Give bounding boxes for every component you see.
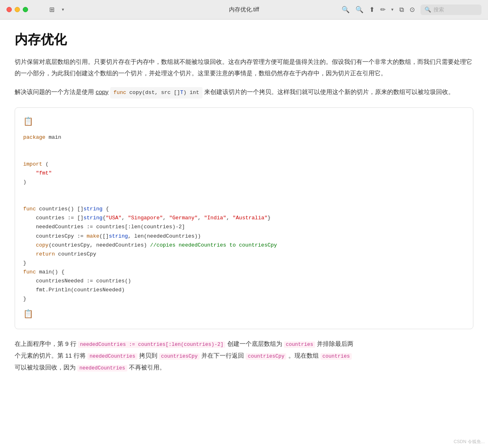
code-line-8 xyxy=(23,196,465,205)
paragraph-1: 切片保留对底层数组的引用。只要切片存在于内存中，数组就不能被垃圾回收。这在内存管… xyxy=(15,56,473,79)
window-icon[interactable]: ⧉ xyxy=(399,6,404,13)
code-line-15: } xyxy=(23,259,465,268)
edit-icon[interactable]: ✏ xyxy=(380,6,386,13)
window-title: 内存优化.tiff xyxy=(229,6,259,13)
bottom-explanation: 在上面程序中，第 9 行 neededCountries := countrie… xyxy=(15,338,473,373)
code-line-17: countriesNeeded := countries() xyxy=(23,277,465,286)
bottom-line2-suffix1: 并在下一行返回 xyxy=(200,352,246,359)
code-line-3 xyxy=(23,151,465,160)
code-line-13: copy(countriesCpy, neededCountries) //co… xyxy=(23,241,465,250)
para2-suffix: 来创建该切片的一个拷贝。这样我们就可以使用这个新的切片，原来的数组可以被垃圾回收… xyxy=(204,88,454,95)
zoom-out-icon[interactable]: 🔍 xyxy=(342,6,350,13)
sidebar-toggle-icon[interactable]: ⊞ xyxy=(49,6,54,13)
code-block: 📋 package main import ( "fmt" ) func cou… xyxy=(15,107,473,330)
code-line-2 xyxy=(23,142,465,151)
code-line-16: func main() { xyxy=(23,268,465,277)
bottom-line1-suffix2: 并排除最后两 xyxy=(315,340,353,347)
maximize-button[interactable] xyxy=(23,7,28,12)
bottom-code6: countries xyxy=(320,353,352,360)
code-line-19: } xyxy=(23,295,465,304)
copy-icon-top[interactable]: 📋 xyxy=(23,115,465,129)
titlebar: ⊞ ▾ 内存优化.tiff 🔍 🔍 ⬆ ✏ ▾ ⧉ ⊙ 🔍 搜索 xyxy=(0,0,488,20)
bottom-line1-suffix: 创建一个底层数组为 xyxy=(225,340,283,347)
chevron-down-icon[interactable]: ▾ xyxy=(62,7,64,12)
code-line-1: package main xyxy=(23,133,465,142)
code-line-10: countries := []string{"USA", "Singapore"… xyxy=(23,214,465,223)
bottom-code7: neededCountries xyxy=(77,365,127,372)
page-heading: 内存优化 xyxy=(15,31,473,49)
titlebar-view-icons: ⊞ ▾ xyxy=(49,6,64,13)
minimize-button[interactable] xyxy=(15,7,20,12)
copy-icon-bottom[interactable]: 📋 xyxy=(23,308,465,321)
bottom-code2: countries xyxy=(284,341,316,348)
bottom-line2-suffix2: 。现在数组 xyxy=(286,352,320,359)
paragraph-2: 解决该问题的一个方法是使用 copy func copy(dst, src []… xyxy=(15,86,473,98)
code-line-7 xyxy=(23,187,465,196)
bottom-line3-prefix: 可以被垃圾回收，因为 xyxy=(15,364,77,371)
bottom-line2-prefix2: 拷贝到 xyxy=(137,352,159,359)
para2-prefix: 解决该问题的一个方法是使用 xyxy=(15,88,94,95)
bottom-code3: neededCountries xyxy=(87,353,137,360)
bottom-code1: neededCountries := countries[:len(countr… xyxy=(78,341,226,348)
search-icon: 🔍 xyxy=(425,7,431,13)
code-line-9: func countries() []string { xyxy=(23,205,465,214)
bottom-line2-prefix: 个元素的切片。第 11 行将 xyxy=(15,352,87,359)
watermark: CSDN 令狐鱼... xyxy=(454,439,485,445)
bottom-line3-suffix: 不再被引用。 xyxy=(127,364,166,371)
func-signature: func copy(dst, src []T) int xyxy=(110,87,203,98)
code-line-4: import ( xyxy=(23,160,465,169)
zoom-in-icon[interactable]: 🔍 xyxy=(355,6,364,13)
code-line-6: ) xyxy=(23,178,465,187)
bottom-line1-prefix: 在上面程序中，第 9 行 xyxy=(15,340,78,347)
copy-word: copy xyxy=(96,88,109,95)
chevron-down-small-icon[interactable]: ▾ xyxy=(391,7,394,12)
markup-icon[interactable]: ⊙ xyxy=(410,6,415,13)
close-button[interactable] xyxy=(7,7,12,12)
traffic-lights xyxy=(7,7,28,12)
share-icon[interactable]: ⬆ xyxy=(369,6,375,13)
search-placeholder: 搜索 xyxy=(434,6,444,13)
code-line-18: fmt.Println(countriesNeeded) xyxy=(23,286,465,295)
code-line-12: countriesCpy := make([]string, len(neede… xyxy=(23,232,465,241)
search-box[interactable]: 🔍 搜索 xyxy=(420,4,481,15)
page-content: 内存优化 切片保留对底层数组的引用。只要切片存在于内存中，数组就不能被垃圾回收。… xyxy=(0,20,488,448)
bottom-code5: countriesCpy xyxy=(246,353,286,360)
code-line-11: neededCountries := countries[:len(countr… xyxy=(23,223,465,232)
bottom-code4: countriesCpy xyxy=(159,353,200,360)
code-line-14: return countriesCpy xyxy=(23,250,465,259)
code-line-5: "fmt" xyxy=(23,169,465,178)
